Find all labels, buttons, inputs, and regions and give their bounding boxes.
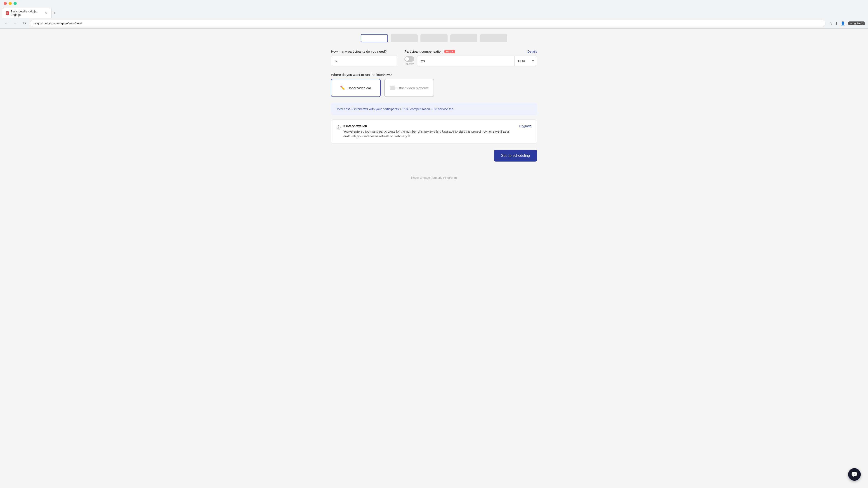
set-up-scheduling-button[interactable]: Set up scheduling — [494, 150, 537, 162]
hotjar-video-label: Hotjar video call — [347, 86, 372, 90]
currency-select[interactable]: EUR USD GBP — [515, 56, 537, 66]
other-video-option[interactable]: ⬜ Other video platform — [384, 79, 434, 97]
action-row: Set up scheduling — [331, 150, 537, 162]
other-video-icon: ⬜ — [390, 86, 395, 90]
participants-input[interactable] — [331, 56, 397, 66]
hotjar-video-icon: ✏️ — [340, 86, 345, 90]
participants-compensation-row: How many participants do you need? Parti… — [331, 50, 537, 66]
window-controls — [4, 2, 17, 5]
tab-bar: H Basic details - Hotjar Engage ✕ + — [0, 7, 868, 18]
upgrade-link[interactable]: Upgrade — [514, 124, 531, 128]
cost-banner: Total cost: 5 interviews with your parti… — [331, 103, 537, 115]
step-3-indicator[interactable] — [421, 34, 447, 42]
other-video-label: Other video platform — [397, 86, 428, 90]
download-icon[interactable]: ⬇ — [835, 21, 838, 26]
interview-section: Where do you want to run the interview? … — [331, 73, 537, 97]
forward-button[interactable]: → — [12, 20, 19, 27]
compensation-col: Participant compensation PLUS Details In… — [404, 50, 537, 66]
participants-section-label: How many participants do you need? — [331, 50, 397, 53]
toggle-inactive-label: Inactive — [405, 63, 414, 66]
back-button[interactable]: ← — [3, 20, 10, 27]
address-bar[interactable]: insights.hotjar.com/engage/tests/new/ — [30, 20, 826, 27]
currency-select-wrapper: EUR USD GBP ▼ — [515, 56, 537, 66]
incognito-badge[interactable]: Incognito (2) — [848, 22, 865, 25]
browser-toolbar: ← → ↻ insights.hotjar.com/engage/tests/n… — [0, 18, 868, 29]
toolbar-icons: ☆ ⬇ 👤 Incognito (2) — [829, 21, 865, 26]
step-indicators — [331, 34, 537, 42]
warning-icon: ⓘ — [337, 125, 341, 130]
hotjar-video-option[interactable]: ✏️ Hotjar video call — [331, 79, 381, 97]
step-2-indicator[interactable] — [391, 34, 418, 42]
new-tab-button[interactable]: + — [52, 10, 58, 16]
warning-box: ⓘ 3 interviews left You've entered too m… — [331, 120, 537, 143]
warning-title: 3 interviews left — [343, 124, 511, 128]
compensation-inputs: Inactive EUR USD GBP ▼ — [404, 56, 537, 66]
bookmark-icon[interactable]: ☆ — [829, 21, 832, 26]
url-text: insights.hotjar.com/engage/tests/new/ — [33, 22, 82, 25]
compensation-toggle[interactable] — [404, 56, 414, 62]
tab-favicon: H — [6, 11, 9, 15]
footer-text: Hotjar Engage (formerly PingPong) — [411, 176, 457, 180]
cost-text: Total cost: 5 interviews with your parti… — [336, 107, 454, 111]
browser-chrome: H Basic details - Hotjar Engage ✕ + ← → … — [0, 0, 868, 29]
reload-button[interactable]: ↻ — [21, 20, 28, 27]
plus-badge: PLUS — [444, 50, 455, 53]
tab-title: Basic details - Hotjar Engage — [11, 10, 43, 17]
profile-icon[interactable]: 👤 — [841, 21, 845, 26]
warning-text: You've entered too many participants for… — [343, 129, 511, 139]
step-5-indicator[interactable] — [480, 34, 507, 42]
toggle-knob — [405, 57, 409, 61]
page-footer: Hotjar Engage (formerly PingPong) — [0, 172, 868, 187]
compensation-amount-input[interactable] — [417, 56, 515, 66]
active-tab[interactable]: H Basic details - Hotjar Engage ✕ — [2, 8, 52, 18]
compensation-toggle-wrapper: Inactive — [404, 56, 414, 66]
minimize-window-button[interactable] — [8, 2, 12, 5]
details-link[interactable]: Details — [527, 50, 537, 53]
main-container: How many participants do you need? Parti… — [326, 34, 542, 162]
compensation-label: Participant compensation — [404, 50, 442, 53]
chat-button[interactable]: 💬 — [848, 468, 861, 481]
interview-options: ✏️ Hotjar video call ⬜ Other video platf… — [331, 79, 537, 97]
titlebar — [0, 0, 868, 7]
incognito-label: Incognito (2) — [850, 22, 864, 25]
chat-icon: 💬 — [851, 471, 858, 478]
warning-content: 3 interviews left You've entered too man… — [343, 124, 511, 139]
step-4-indicator[interactable] — [450, 34, 477, 42]
participants-col: How many participants do you need? — [331, 50, 397, 66]
tab-close-button[interactable]: ✕ — [45, 11, 48, 15]
maximize-window-button[interactable] — [13, 2, 17, 5]
interview-section-label: Where do you want to run the interview? — [331, 73, 537, 76]
compensation-header: Participant compensation PLUS Details — [404, 50, 537, 53]
step-1-indicator[interactable] — [361, 34, 388, 42]
close-window-button[interactable] — [4, 2, 7, 5]
page-content: How many participants do you need? Parti… — [0, 29, 868, 488]
